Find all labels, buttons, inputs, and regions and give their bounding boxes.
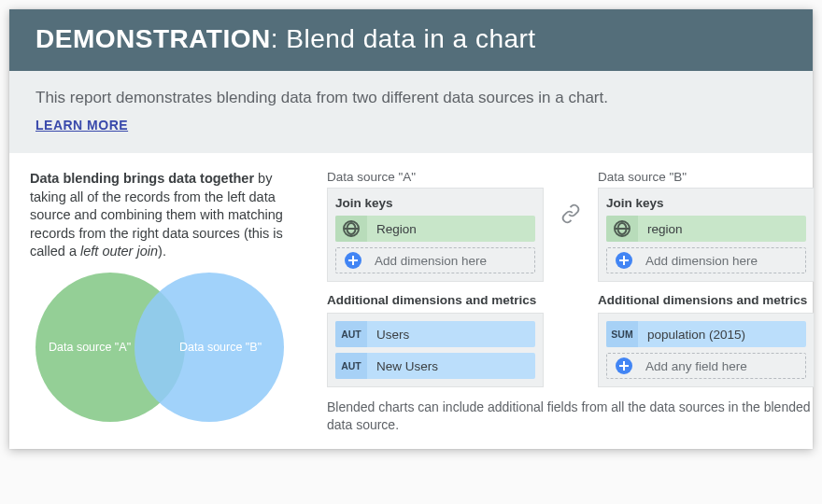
panel-b-join-label: Join keys — [606, 196, 806, 210]
panel-b-field-population[interactable]: SUM population (2015) — [606, 321, 806, 347]
header-strong: DEMONSTRATION — [35, 24, 271, 53]
badge-aut: AUT — [335, 353, 367, 379]
panel-a-join-label: Join keys — [335, 196, 535, 210]
blurb-tail: ). — [158, 244, 166, 259]
header: DEMONSTRATION: Blend data in a chart — [9, 9, 813, 71]
panel-b-title: Data source "B" — [598, 170, 815, 184]
plus-icon — [616, 357, 632, 374]
badge-sum: SUM — [606, 321, 638, 347]
link-icon — [559, 170, 583, 224]
panel-a-add-dim-label: Add dimension here — [365, 254, 534, 268]
plus-icon — [616, 252, 632, 269]
panel-a: Data source "A" Join keys Region Add dim… — [327, 170, 544, 387]
panel-a-field-newusers-label: New Users — [367, 359, 535, 373]
globe-icon — [606, 216, 638, 242]
learn-more-link[interactable]: LEARN MORE — [35, 116, 128, 135]
right-column: Data source "A" Join keys Region Add dim… — [327, 170, 815, 434]
demo-card: DEMONSTRATION: Blend data in a chart Thi… — [9, 9, 813, 449]
panel-b-field-pop-label: population (2015) — [638, 328, 806, 342]
panel-a-add-dimension[interactable]: Add dimension here — [335, 247, 535, 273]
panel-b-joinblock: Join keys region Add dimension here — [598, 188, 815, 282]
plus-icon — [345, 252, 361, 269]
panel-a-field-users[interactable]: AUT Users — [335, 321, 535, 347]
header-colon: : — [271, 24, 287, 53]
venn-circle-b: Data source "B" — [135, 273, 284, 422]
panel-b-add-dimension[interactable]: Add dimension here — [606, 247, 806, 273]
panel-a-join-field[interactable]: Region — [335, 216, 535, 242]
panel-a-title: Data source "A" — [327, 170, 544, 184]
panel-b-extra-block: SUM population (2015) Add any field here — [598, 313, 815, 387]
venn-a-label: Data source "A" — [49, 341, 131, 354]
panel-a-joinblock: Join keys Region Add dimension here — [327, 188, 544, 282]
sub-header: This report demonstrates blending data f… — [9, 71, 813, 153]
panel-a-field-newusers[interactable]: AUT New Users — [335, 353, 535, 379]
header-rest: Blend data in a chart — [286, 24, 535, 53]
panel-a-join-field-label: Region — [367, 222, 535, 236]
panel-b-add-any-label: Add any field here — [636, 359, 805, 373]
venn-b-label: Data source "B" — [179, 341, 262, 354]
globe-icon — [335, 216, 367, 242]
panels-row: Data source "A" Join keys Region Add dim… — [327, 170, 815, 387]
panel-a-extra-label: Additional dimensions and metrics — [327, 293, 544, 307]
badge-aut: AUT — [335, 321, 367, 347]
panel-a-extra-block: AUT Users AUT New Users — [327, 313, 544, 387]
blurb: Data blending brings data together by ta… — [30, 170, 310, 261]
sub-header-text: This report demonstrates blending data f… — [35, 86, 787, 110]
content: Data blending brings data together by ta… — [9, 153, 813, 449]
panel-a-field-users-label: Users — [367, 328, 535, 342]
panel-b: Data source "B" Join keys region Add dim… — [598, 170, 815, 387]
caption: Blended charts can include additional fi… — [327, 399, 815, 434]
panel-b-join-field[interactable]: region — [606, 216, 806, 242]
blurb-strong: Data blending brings data together — [30, 171, 254, 186]
venn-diagram: Data source "A" Data source "B" — [30, 271, 291, 429]
left-column: Data blending brings data together by ta… — [30, 170, 310, 434]
panel-b-add-dim-label: Add dimension here — [636, 254, 805, 268]
panel-b-add-any-field[interactable]: Add any field here — [606, 353, 806, 379]
panel-b-join-field-label: region — [638, 222, 806, 236]
panel-b-extra-label: Additional dimensions and metrics — [598, 293, 815, 307]
blurb-italic: left outer join — [80, 244, 158, 259]
